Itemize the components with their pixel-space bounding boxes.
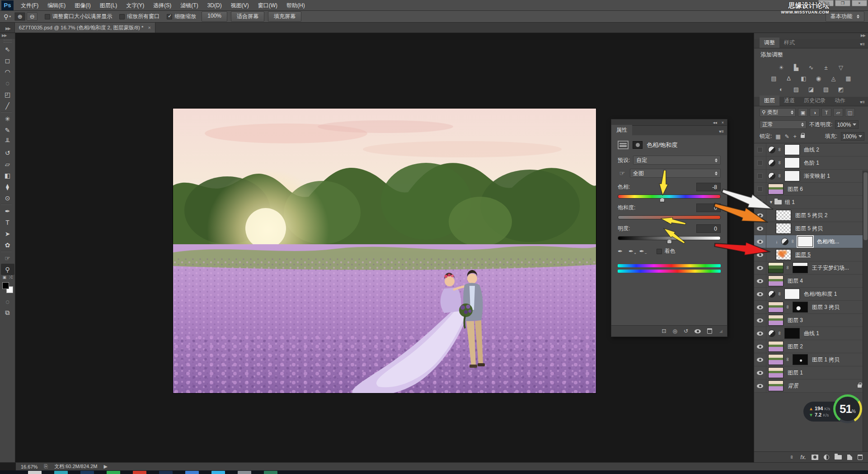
layer-row-3[interactable]: 图层 6: [754, 183, 868, 196]
filter-shape-layers[interactable]: ▱: [833, 108, 843, 117]
adjustment-threshold-icon[interactable]: ◪: [806, 85, 816, 93]
new-group-button[interactable]: [835, 455, 842, 460]
zoom-level-field[interactable]: 16.67%: [21, 464, 38, 469]
layer-row-11[interactable]: ∞色相/饱和度 1: [754, 288, 868, 301]
tab-layers[interactable]: 图层: [760, 95, 779, 106]
fit-screen-button[interactable]: 适合屏幕: [231, 11, 264, 22]
layer-thumbnail[interactable]: [768, 380, 784, 391]
menu-edit[interactable]: 编辑(E): [43, 0, 70, 11]
colorize-checkbox[interactable]: [657, 249, 662, 254]
layer-mask-thumbnail[interactable]: [784, 289, 800, 299]
gradient-tool[interactable]: ◧: [1, 170, 14, 181]
filter-adjustment-layers[interactable]: ◑: [810, 108, 820, 117]
layers-scrollbar[interactable]: [863, 171, 868, 451]
taskbar-app-8[interactable]: [238, 471, 251, 474]
marquee-tool[interactable]: ◻: [1, 55, 14, 66]
blur-tool[interactable]: ⧫: [1, 181, 14, 192]
lasso-tool[interactable]: ◠: [1, 66, 14, 77]
tab-adjustments[interactable]: 调整: [760, 38, 779, 48]
screen-mode-button[interactable]: ⧉: [1, 307, 14, 318]
scrollbar-thumb[interactable]: [863, 172, 868, 240]
layer-visibility-toggle[interactable]: [754, 301, 766, 313]
current-tool-indicator[interactable]: ⚲ ▾: [4, 13, 11, 20]
layer-visibility-toggle[interactable]: [754, 248, 766, 261]
adjustment-brightness-contrast-icon[interactable]: ☀: [776, 64, 787, 71]
adjustment-levels-icon[interactable]: ▙: [791, 64, 802, 71]
layer-visibility-toggle[interactable]: [754, 183, 766, 195]
layer-visibility-toggle[interactable]: [754, 156, 766, 169]
color-swatches[interactable]: [2, 282, 13, 293]
move-tool[interactable]: ⇖: [1, 43, 14, 55]
adjustment-vibrance-icon[interactable]: ▽: [835, 64, 846, 71]
menu-help[interactable]: 帮助(H): [282, 0, 310, 11]
history-brush-tool[interactable]: ↺: [1, 147, 14, 158]
scrubby-zoom-checkbox[interactable]: [167, 14, 172, 19]
layer-thumbnail[interactable]: [768, 275, 784, 286]
tab-styles[interactable]: 样式: [779, 38, 799, 48]
add-adjustment-layer-button[interactable]: [824, 455, 829, 460]
option-zoom-all-windows[interactable]: 缩放所有窗口: [119, 13, 160, 20]
taskbar-app-9[interactable]: [264, 471, 277, 474]
menu-select[interactable]: 选择(S): [149, 0, 176, 11]
saturation-value-field[interactable]: 0: [696, 204, 721, 212]
layer-visibility-toggle[interactable]: [754, 170, 766, 182]
clip-to-layer-button[interactable]: ⊡: [662, 328, 666, 334]
crop-tool[interactable]: ◰: [1, 89, 14, 100]
menu-window[interactable]: 窗口(W): [253, 0, 282, 11]
shape-tool[interactable]: ✿: [1, 239, 14, 251]
foreground-color-swatch[interactable]: [2, 282, 9, 289]
new-layer-button[interactable]: [847, 455, 852, 460]
adjustment-color-lookup-icon[interactable]: ▦: [843, 75, 854, 82]
menu-image[interactable]: 图像(I): [70, 0, 95, 11]
layer-mask-icon[interactable]: [633, 141, 643, 149]
opacity-dropdown[interactable]: 100%: [835, 120, 859, 129]
taskbar-app-7[interactable]: [211, 471, 225, 474]
menu-layer[interactable]: 图层(L): [95, 0, 122, 11]
saturation-slider-marker[interactable]: [667, 218, 672, 223]
eyedropper-add[interactable]: ✒+: [629, 248, 633, 255]
hue-slider[interactable]: [618, 194, 721, 199]
layer-thumbnail[interactable]: [768, 315, 784, 326]
zoom-tool[interactable]: ⚲: [1, 264, 14, 275]
taskbar-app-1[interactable]: [54, 471, 68, 474]
layer-row-6[interactable]: 图层 5 拷贝: [754, 222, 868, 235]
adjustment-photo-filter-icon[interactable]: ◉: [813, 75, 824, 82]
hue-value-field[interactable]: -8: [696, 183, 721, 191]
collapse-panel-icon[interactable]: ◂◂: [713, 120, 717, 125]
taskbar-app-2[interactable]: [80, 471, 94, 474]
layer-mask-thumbnail[interactable]: [798, 236, 813, 247]
lock-pixels-icon[interactable]: ✎: [785, 133, 789, 140]
layer-mask-thumbnail[interactable]: [784, 171, 800, 181]
layer-row-0[interactable]: ∞曲线 2: [754, 143, 868, 156]
close-panel-icon[interactable]: ×: [722, 120, 724, 125]
layer-row-1[interactable]: ∞色阶 1: [754, 156, 868, 170]
adjustment-channel-mixer-icon[interactable]: ◬: [828, 75, 839, 82]
taskbar-app-0[interactable]: [28, 471, 42, 474]
quick-mask-button[interactable]: ◌: [1, 296, 14, 307]
tab-channels[interactable]: 通道: [779, 95, 799, 106]
adjustment-color-balance-icon[interactable]: Δ: [784, 75, 794, 82]
hand-tool[interactable]: ☞: [1, 252, 14, 264]
layer-thumbnail[interactable]: [776, 223, 791, 234]
quick-select-tool[interactable]: ◌: [1, 77, 14, 89]
eraser-tool[interactable]: ▱: [1, 158, 14, 170]
workspace-switcher[interactable]: 基本功能: [826, 11, 864, 22]
layer-filter-type-dropdown[interactable]: ⚲ 类型: [760, 108, 796, 117]
restore-button[interactable]: ❐: [835, 0, 850, 6]
eyedropper-tool[interactable]: ╱: [1, 100, 14, 111]
channel-dropdown[interactable]: 全图: [630, 169, 721, 178]
layer-thumbnail[interactable]: [768, 262, 784, 273]
panel-menu-icon[interactable]: ▾≡: [716, 129, 727, 135]
type-tool[interactable]: T: [1, 217, 14, 228]
layer-row-9[interactable]: ∞王子安梦幻场...: [754, 261, 868, 275]
document-canvas[interactable]: [173, 109, 596, 393]
layer-mask-thumbnail[interactable]: [784, 157, 800, 168]
layer-visibility-toggle[interactable]: [754, 314, 766, 327]
layer-row-15[interactable]: 图层 2: [754, 340, 868, 353]
lightness-slider-marker[interactable]: [667, 239, 672, 244]
layer-mask-thumbnail[interactable]: [793, 262, 808, 273]
filter-type-layers[interactable]: T: [821, 108, 831, 117]
add-layer-mask-button[interactable]: [812, 455, 818, 460]
eyedropper-subtract[interactable]: ✒−: [639, 248, 644, 255]
panel-resize-grip[interactable]: ◢: [719, 329, 723, 333]
